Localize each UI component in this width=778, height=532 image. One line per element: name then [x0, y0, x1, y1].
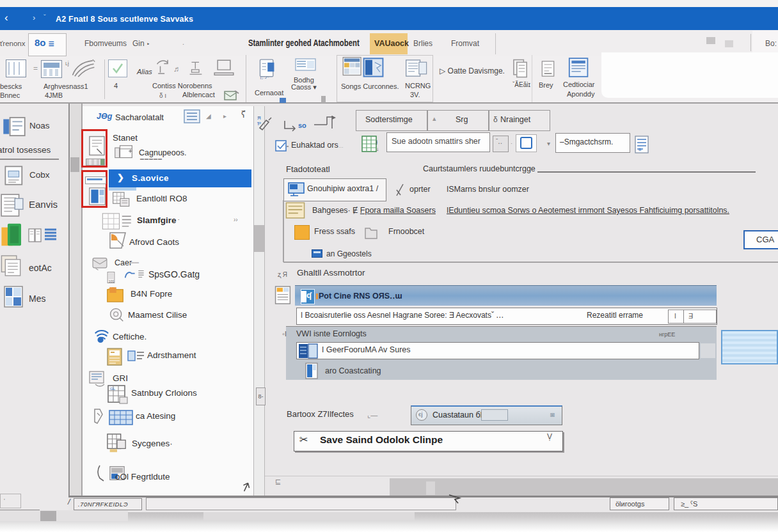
svg-text:GL: GL: [110, 387, 116, 391]
svg-text:ʹ: ʹ: [258, 115, 260, 121]
svg-text:ɉ: ɉ: [376, 139, 377, 145]
svg-text:I↓·✓ʽ: I↓·✓ʽ: [260, 75, 269, 80]
svg-text:в: в: [639, 146, 641, 152]
svg-text:↓: ↓: [376, 146, 379, 152]
svg-text:101: 101: [109, 279, 115, 283]
